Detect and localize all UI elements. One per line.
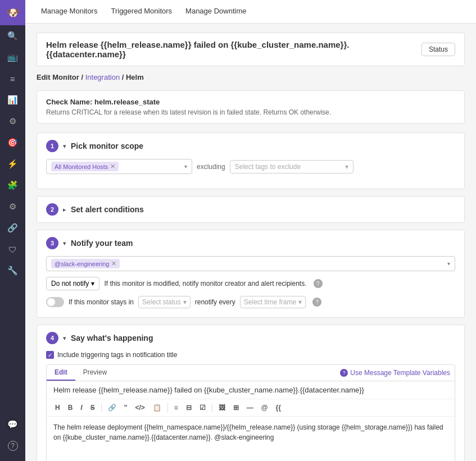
sidebar-item-integrations[interactable]: ⚙	[0, 111, 25, 132]
section-message-header[interactable]: 4 ▾ Say what's happening	[37, 325, 464, 351]
section-scope-header[interactable]: 1 ▾ Pick monitor scope	[37, 133, 464, 159]
nav-manage-downtime[interactable]: Manage Downtime	[179, 0, 253, 24]
section-alert-title: Set alert conditions	[71, 205, 144, 214]
toolbar-heading[interactable]: H	[52, 403, 63, 413]
toolbar-table[interactable]: ⊞	[230, 403, 242, 413]
excluding-label: excluding	[197, 163, 225, 171]
search-icon: 🔍	[7, 31, 18, 41]
toolbar-unordered-list[interactable]: ≡	[171, 403, 181, 413]
renotify-row: If this monitor stays in Select status ▾…	[46, 296, 455, 308]
toolbar-code[interactable]: </>	[132, 403, 147, 413]
breadcrumb-helm: Helm	[126, 73, 144, 81]
toolbar-strikethrough[interactable]: S	[88, 403, 98, 413]
section-alert-header[interactable]: 2 ▸ Set alert conditions	[37, 197, 464, 222]
nav-triggered-monitors[interactable]: Triggered Monitors	[104, 0, 179, 24]
notify-option-arrow-icon: ▾	[91, 280, 94, 287]
link-icon: 🔗	[7, 223, 18, 233]
remove-all-hosts-pill[interactable]: ✕	[110, 163, 115, 170]
do-not-notify-select[interactable]: Do not notify ▾	[46, 277, 99, 290]
use-template-link[interactable]: ? Use Message Template Variables	[336, 367, 455, 379]
toolbar-image[interactable]: 🖼	[216, 403, 228, 413]
message-editor: Edit Preview ? Use Message Template Vari…	[46, 364, 455, 461]
check-name: Check Name: helm.release_state	[46, 98, 455, 106]
section-scope-title: Pick monitor scope	[71, 142, 143, 150]
section-scope-body: All Monitored Hosts ✕ ▾ excluding Select…	[37, 159, 464, 189]
chat-icon: 💬	[7, 419, 18, 430]
sidebar-item-puzzle[interactable]: 🧩	[0, 175, 25, 196]
apm-icon: ⚡	[7, 159, 18, 169]
toolbar-divider-2	[167, 403, 168, 412]
sidebar-item-list[interactable]: ≡	[0, 68, 25, 89]
section-notify: 3 ▾ Notify your team @slack-engineering …	[37, 230, 465, 318]
status-button[interactable]: Status	[421, 43, 455, 56]
section-alert: 2 ▸ Set alert conditions	[37, 196, 465, 223]
target-icon: 🎯	[7, 138, 18, 148]
toolbar-mention[interactable]: @	[259, 403, 271, 413]
tab-edit[interactable]: Edit	[47, 365, 75, 381]
notify-modification-row: Do not notify ▾ If this monitor is modif…	[46, 277, 455, 290]
sidebar-item-search[interactable]: 🔍	[0, 25, 25, 47]
notify-modification-text: If this monitor is modified, notify moni…	[104, 280, 306, 287]
sidebar-item-help[interactable]: ?	[0, 435, 25, 457]
sidebar-item-apm[interactable]: ⚡	[0, 153, 25, 175]
toolbar-divider-1	[101, 403, 102, 412]
sidebar-item-manage[interactable]: 🔧	[0, 260, 25, 281]
toolbar-variable[interactable]: {{	[273, 403, 283, 413]
toolbar-bold[interactable]: B	[65, 403, 76, 413]
main-content: Manage Monitors Triggered Monitors Manag…	[25, 0, 476, 461]
remove-slack-pill[interactable]: ✕	[111, 260, 116, 267]
section-scope: 1 ▾ Pick monitor scope All Monitored Hos…	[37, 133, 465, 189]
sidebar-item-monitor[interactable]: 📺	[0, 47, 25, 68]
section-notify-header[interactable]: 3 ▾ Notify your team	[37, 230, 464, 256]
sidebar-item-chart[interactable]: 📊	[0, 89, 25, 111]
breadcrumb-integration[interactable]: Integration	[85, 73, 120, 81]
sidebar-item-chat[interactable]: 💬	[0, 414, 25, 435]
monitored-hosts-select[interactable]: All Monitored Hosts ✕ ▾	[46, 159, 192, 174]
toolbar-ordered-list[interactable]: ⊟	[183, 403, 194, 413]
sidebar-logo[interactable]: 🐶	[0, 0, 25, 25]
question-icon: ?	[340, 369, 348, 377]
sidebar-item-gear[interactable]: ⚙	[0, 196, 25, 217]
renotify-toggle[interactable]	[46, 297, 64, 307]
editor-toolbar: H B I S 🔗 " </> 📋 ≡ ⊟ ☑ 🖼	[47, 399, 455, 417]
sidebar-item-target[interactable]: 🎯	[0, 132, 25, 153]
toolbar-link[interactable]: 🔗	[105, 403, 119, 413]
scope-form-row: All Monitored Hosts ✕ ▾ excluding Select…	[46, 159, 455, 174]
manage-icon: 🔧	[7, 266, 18, 276]
editor-tabs-row: Edit Preview ? Use Message Template Vari…	[47, 365, 455, 381]
status-select[interactable]: Select status ▾	[138, 296, 191, 308]
toggle-knob	[47, 298, 55, 306]
message-editor-body[interactable]: The helm release deployment {{helm_names…	[47, 417, 455, 461]
time-frame-select[interactable]: Select time frame ▾	[240, 296, 306, 308]
exclude-tags-select[interactable]: Select tags to exclude ▾	[230, 160, 353, 174]
renotify-help-icon[interactable]: ?	[312, 298, 321, 307]
breadcrumb: Edit Monitor / Integration / Helm	[37, 73, 465, 81]
toolbar-italic[interactable]: I	[78, 403, 85, 413]
page-content: Helm release {{helm_release.name}} faile…	[25, 24, 476, 461]
tab-preview[interactable]: Preview	[75, 365, 115, 381]
nav-manage-monitors[interactable]: Manage Monitors	[34, 0, 104, 24]
step-badge-3: 3	[46, 237, 58, 249]
toolbar-copy[interactable]: 📋	[150, 403, 164, 413]
toolbar-checkbox[interactable]: ☑	[197, 403, 208, 413]
breadcrumb-separator-1: /	[81, 73, 85, 81]
chart-icon: 📊	[7, 95, 18, 105]
toolbar-quote[interactable]: "	[121, 403, 130, 413]
monitor-icon: 📺	[7, 52, 18, 62]
section-notify-body: @slack-engineering ✕ ▾ Do not notify ▾ I…	[37, 256, 464, 317]
team-notify-select[interactable]: @slack-engineering ✕ ▾	[46, 256, 455, 271]
puzzle-icon: 🧩	[7, 180, 18, 190]
chevron-down-icon: ▾	[63, 143, 66, 150]
exclude-arrow-icon: ▾	[345, 163, 348, 171]
toolbar-hr[interactable]: —	[244, 403, 256, 413]
sidebar-item-security[interactable]: 🛡	[0, 239, 25, 260]
all-monitored-hosts-pill: All Monitored Hosts ✕	[51, 162, 119, 171]
time-select-arrow-icon: ▾	[298, 298, 302, 306]
team-select-arrow-icon: ▾	[447, 261, 450, 267]
exclude-placeholder: Select tags to exclude	[235, 163, 301, 171]
triggering-tags-checkbox[interactable]: ✓	[46, 351, 54, 359]
integrations-icon: ⚙	[9, 116, 16, 126]
sidebar-item-link[interactable]: 🔗	[0, 217, 25, 239]
message-title-input[interactable]	[47, 381, 455, 399]
notify-help-icon[interactable]: ?	[314, 279, 323, 288]
